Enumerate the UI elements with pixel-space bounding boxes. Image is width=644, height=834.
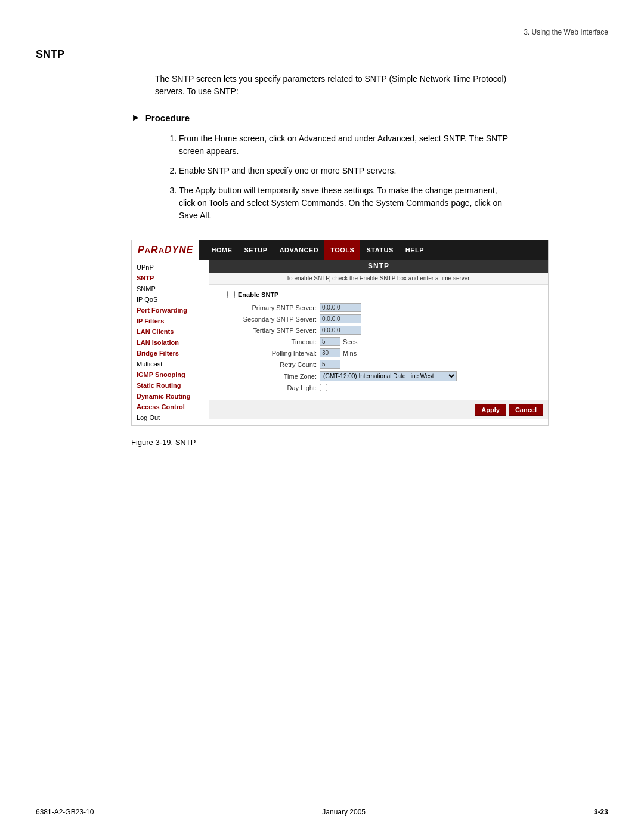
sidebar-item-igmpsnooping[interactable]: IGMP Snooping: [132, 369, 209, 380]
daylight-label: Day Light:: [221, 384, 317, 391]
brand-logo: PARADYNE: [132, 240, 199, 260]
content-body: Enable SNTP Primary SNTP Server: Seconda…: [209, 285, 548, 400]
timeout-row: Timeout: Secs: [221, 337, 536, 346]
procedure-label: Procedure: [145, 113, 190, 123]
enable-sntp-label: Enable SNTP: [238, 291, 278, 298]
nav-status[interactable]: STATUS: [360, 240, 399, 260]
chapter-header: 3. Using the Web Interface: [36, 28, 608, 36]
timeout-label: Timeout:: [221, 338, 317, 345]
content-panel: SNTP To enable SNTP, check the Enable SN…: [209, 260, 548, 425]
step-2: Enable SNTP and then specify one or more…: [179, 165, 513, 177]
secondary-server-label: Secondary SNTP Server:: [221, 316, 317, 323]
polling-row: Polling Interval: Mins: [221, 348, 536, 357]
nav-setup[interactable]: SETUP: [238, 240, 273, 260]
primary-server-label: Primary SNTP Server:: [221, 304, 317, 311]
sidebar-item-lanisolation[interactable]: LAN Isolation: [132, 337, 209, 348]
sidebar-item-snmp[interactable]: SNMP: [132, 283, 209, 294]
cancel-button[interactable]: Cancel: [509, 404, 543, 416]
enable-sntp-checkbox[interactable]: [227, 291, 235, 298]
retry-row: Retry Count:: [221, 360, 536, 369]
content-header: SNTP: [209, 260, 548, 273]
polling-label: Polling Interval:: [221, 350, 317, 357]
sidebar-item-multicast[interactable]: Multicast: [132, 359, 209, 369]
screenshot: PARADYNE HOME SETUP ADVANCED TOOLS STATU…: [131, 240, 549, 426]
content-subheader: To enable SNTP, check the Enable SNTP bo…: [209, 273, 548, 285]
tertiary-server-input[interactable]: [320, 326, 361, 335]
sidebar-item-accesscontrol[interactable]: Access Control: [132, 401, 209, 412]
timezone-label: Time Zone:: [221, 373, 317, 380]
nav-home[interactable]: HOME: [205, 240, 238, 260]
step-3: The Apply button will temporarily save t…: [179, 184, 513, 222]
intro-text: The SNTP screen lets you specify paramet…: [155, 73, 513, 98]
timezone-row: Time Zone: (GMT-12:00) International Dat…: [221, 371, 536, 381]
steps-list: From the Home screen, click on Advanced …: [167, 132, 513, 222]
sidebar-item-sntp[interactable]: SNTP: [132, 273, 209, 283]
section-title: SNTP: [36, 48, 608, 61]
primary-server-row: Primary SNTP Server:: [221, 303, 536, 312]
step-1: From the Home screen, click on Advanced …: [179, 132, 513, 157]
sidebar-item-ipfilters[interactable]: IP Filters: [132, 316, 209, 326]
sidebar-item-upnp[interactable]: UPnP: [132, 262, 209, 273]
timeout-input[interactable]: [320, 337, 340, 346]
procedure-arrow-icon: ►: [131, 112, 141, 123]
apply-button[interactable]: Apply: [475, 404, 506, 416]
tertiary-server-row: Tertiary SNTP Server:: [221, 326, 536, 335]
sidebar-item-staticrouting[interactable]: Static Routing: [132, 380, 209, 391]
sidebar-item-ipqos[interactable]: IP QoS: [132, 294, 209, 305]
sidebar: UPnP SNTP SNMP IP QoS Port Forwarding IP…: [132, 260, 209, 425]
footer-right: 3-23: [594, 808, 608, 816]
daylight-checkbox[interactable]: [320, 384, 327, 391]
secondary-server-input[interactable]: [320, 314, 361, 323]
navbar: PARADYNE HOME SETUP ADVANCED TOOLS STATU…: [132, 240, 548, 260]
sidebar-item-portforwarding[interactable]: Port Forwarding: [132, 305, 209, 316]
main-area: UPnP SNTP SNMP IP QoS Port Forwarding IP…: [132, 260, 548, 425]
polling-input[interactable]: [320, 348, 340, 357]
daylight-row: Day Light:: [221, 384, 536, 391]
sidebar-item-logout[interactable]: Log Out: [132, 412, 209, 423]
enable-row: Enable SNTP: [227, 291, 536, 298]
button-bar: Apply Cancel: [209, 400, 548, 419]
nav-items: HOME SETUP ADVANCED TOOLS STATUS HELP: [205, 240, 430, 260]
brand-text: PARADYNE: [138, 245, 193, 255]
footer-left: 6381-A2-GB23-10: [36, 808, 94, 816]
sidebar-item-lanclients[interactable]: LAN Clients: [132, 326, 209, 337]
timeout-suffix: Secs: [343, 338, 357, 345]
nav-tools[interactable]: TOOLS: [324, 240, 360, 260]
nav-help[interactable]: HELP: [400, 240, 430, 260]
retry-input[interactable]: [320, 360, 340, 369]
footer-center: January 2005: [322, 808, 366, 816]
procedure-heading: ► Procedure: [131, 112, 608, 123]
timezone-select[interactable]: (GMT-12:00) International Date Line West: [320, 371, 457, 381]
secondary-server-row: Secondary SNTP Server:: [221, 314, 536, 323]
figure-caption: Figure 3-19. SNTP: [131, 438, 608, 447]
primary-server-input[interactable]: [320, 303, 361, 312]
retry-label: Retry Count:: [221, 361, 317, 368]
polling-suffix: Mins: [343, 350, 357, 357]
sidebar-item-bridgefilters[interactable]: Bridge Filters: [132, 348, 209, 359]
tertiary-server-label: Tertiary SNTP Server:: [221, 327, 317, 334]
page-footer: 6381-A2-GB23-10 January 2005 3-23: [36, 804, 608, 816]
sidebar-item-dynamicrouting[interactable]: Dynamic Routing: [132, 391, 209, 401]
nav-advanced[interactable]: ADVANCED: [274, 240, 325, 260]
header-rule: [36, 24, 608, 24]
